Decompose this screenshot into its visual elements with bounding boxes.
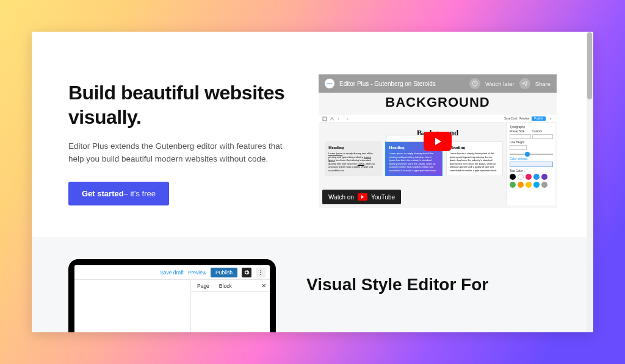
wp-publish-button[interactable]: Publish — [211, 268, 237, 277]
channel-avatar: — — [325, 79, 334, 88]
video-embed[interactable]: — Editor Plus - Gutenberg on Steroids Wa… — [319, 74, 557, 208]
wp-save-draft[interactable]: Save draft — [160, 269, 184, 276]
color-swatches — [510, 174, 553, 188]
play-button[interactable] — [424, 132, 452, 151]
vertical-scrollbar[interactable] — [587, 32, 593, 332]
share-label: Share — [535, 80, 551, 87]
watch-later-label: Watch later — [485, 80, 515, 87]
mock-column: Heading Lorem Ipsum is simply dummy text… — [325, 141, 381, 176]
youtube-icon — [358, 193, 367, 201]
svg-point-4 — [260, 272, 261, 273]
svg-rect-1 — [323, 117, 327, 121]
gear-icon[interactable] — [242, 268, 251, 277]
feature-copy: Visual Style Editor For — [306, 259, 557, 295]
more-icon[interactable] — [256, 268, 266, 277]
share-icon[interactable] — [519, 78, 530, 89]
watch-later-icon[interactable] — [469, 78, 480, 89]
wp-tab-page[interactable]: Page — [197, 283, 209, 289]
cta-bold: Get started — [82, 189, 124, 198]
wp-tab-block[interactable]: Block — [219, 283, 232, 289]
svg-point-2 — [550, 118, 551, 119]
wp-preview[interactable]: Preview — [188, 269, 206, 276]
platform-label: YouTube — [371, 194, 395, 201]
overlay-text: BACKGROUND — [319, 95, 557, 110]
get-started-button[interactable]: Get started – it's free — [68, 182, 169, 205]
watch-on-youtube-button[interactable]: Watch on YouTube — [322, 190, 401, 204]
hero-description: Editor Plus extends the Gutenberg editor… — [68, 140, 288, 166]
hero-media: — Editor Plus - Gutenberg on Steroids Wa… — [319, 74, 557, 208]
video-topbar: — Editor Plus - Gutenberg on Steroids Wa… — [319, 74, 557, 93]
hero-title: Build beautiful websites visually. — [68, 80, 297, 129]
cta-light: – it's free — [124, 189, 156, 198]
laptop-mockup: Save draft Preview Publish — [68, 259, 276, 332]
wp-sidebar: Page Block — [190, 280, 270, 332]
close-icon[interactable]: ✕ — [261, 282, 266, 289]
wp-topbar: Save draft Preview Publish — [74, 265, 270, 280]
feature-section: Save draft Preview Publish — [32, 237, 593, 332]
mock-sidebar: Typography Preset Size Custom Line Heigh… — [507, 123, 555, 205]
watch-on-label: Watch on — [328, 194, 354, 201]
svg-point-3 — [260, 270, 261, 271]
app-window: Build beautiful websites visually. Edito… — [32, 32, 593, 332]
mock-column: Heading Lorem Ipsum is simply dummy text… — [446, 141, 503, 176]
hero-section: Build beautiful websites visually. Edito… — [32, 32, 593, 237]
hero-copy: Build beautiful websites visually. Edito… — [68, 74, 297, 205]
video-title: Editor Plus - Gutenberg on Steroids — [339, 80, 464, 87]
feature-title: Visual Style Editor For — [306, 274, 557, 295]
svg-point-5 — [260, 274, 261, 275]
mock-editor-toolbar: Save Draft Preview Publish — [319, 115, 557, 123]
scrollbar-thumb[interactable] — [587, 32, 592, 99]
